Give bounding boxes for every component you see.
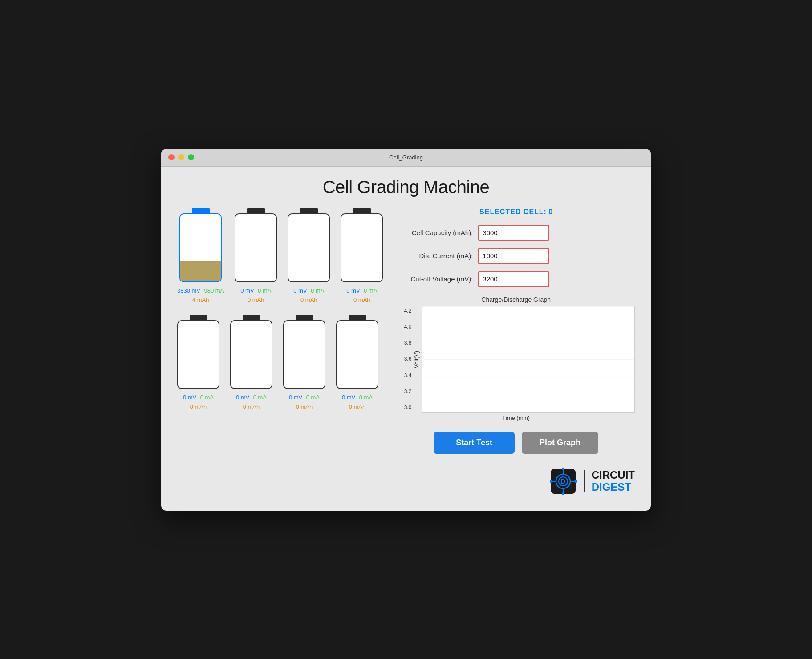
battery-ma-3: 0 mA — [364, 287, 377, 294]
window-title: Cell_Grading — [389, 154, 423, 161]
current-input[interactable] — [478, 248, 549, 264]
battery-mv-0: 3830 mV — [177, 287, 200, 294]
battery-wrapper-6 — [283, 315, 325, 389]
minimize-button[interactable] — [178, 154, 184, 160]
battery-mah-4: 0 mAh — [183, 403, 214, 411]
graph-with-yaxis: 4.2 4.0 3.8 3.6 3.4 3.2 3.0 — [397, 306, 635, 413]
battery-mah-3: 0 mAh — [346, 296, 377, 305]
battery-mv-3: 0 mV — [346, 287, 360, 294]
cutoff-label: Cut-off Voltage (mV): — [397, 275, 473, 283]
selected-cell-display: SELECTED CELL: 0 — [397, 208, 635, 216]
y-axis-label: Volt(V) — [413, 306, 420, 413]
app-title: Cell Grading Machine — [177, 177, 635, 197]
y-axis-ticks: 4.2 4.0 3.8 3.6 3.4 3.2 3.0 — [397, 306, 413, 413]
battery-wrapper-3 — [341, 208, 383, 282]
battery-mv-5: 0 mV — [236, 394, 249, 401]
y-tick-3-8: 3.8 — [404, 340, 412, 346]
battery-body-2 — [288, 213, 330, 282]
battery-ma-7: 0 mA — [359, 394, 373, 401]
cutoff-input[interactable] — [478, 271, 549, 287]
titlebar: Cell_Grading — [161, 149, 651, 167]
start-test-button[interactable]: Start Test — [434, 432, 515, 454]
battery-mv-1: 0 mV — [240, 287, 254, 294]
battery-body-5 — [230, 320, 272, 389]
battery-cell-2[interactable]: 0 mV 0 mA 0 mAh — [288, 208, 330, 305]
battery-mah-2: 0 mAh — [293, 296, 324, 305]
battery-mv-7: 0 mV — [342, 394, 355, 401]
battery-ma-0: 980 mA — [204, 287, 224, 294]
y-tick-4-2: 4.2 — [404, 308, 412, 314]
battery-body-1 — [235, 213, 277, 282]
plot-graph-button[interactable]: Plot Graph — [522, 432, 598, 454]
y-tick-3-0: 3.0 — [404, 404, 412, 411]
graph-title: Charge/Discharge Graph — [397, 296, 635, 303]
cutoff-row: Cut-off Voltage (mV): — [397, 271, 635, 287]
battery-terminal-7 — [349, 315, 366, 320]
logo-area: D CIRCUIT DIGEST — [397, 468, 635, 495]
graph-area: 4.2 4.0 3.8 3.6 3.4 3.2 3.0 — [397, 306, 635, 421]
battery-ma-6: 0 mA — [306, 394, 320, 401]
battery-cell-0[interactable]: 3830 mV 980 mA 4 mAh — [177, 208, 224, 305]
battery-stats-1: 0 mV 0 mA 0 mAh — [240, 285, 271, 305]
x-axis-label: Time (min) — [397, 415, 635, 421]
battery-ma-5: 0 mA — [253, 394, 267, 401]
battery-section: 3830 mV 980 mA 4 mAh 0 mV 0 — [177, 208, 383, 495]
battery-ma-1: 0 mA — [258, 287, 271, 294]
battery-body-6 — [283, 320, 325, 389]
battery-fill-0 — [180, 261, 221, 281]
battery-terminal-6 — [296, 315, 313, 320]
button-row: Start Test Plot Graph — [397, 432, 635, 454]
capacity-row: Cell Capacity (mAh): — [397, 225, 635, 241]
logo-brand1: CIRCUIT — [592, 469, 635, 481]
svg-text:D: D — [561, 478, 565, 485]
battery-wrapper-1 — [235, 208, 277, 282]
battery-stats-4: 0 mV 0 mA 0 mAh — [183, 392, 214, 411]
battery-ma-4: 0 mA — [200, 394, 214, 401]
battery-mv-4: 0 mV — [183, 394, 196, 401]
battery-stats-5: 0 mV 0 mA 0 mAh — [236, 392, 267, 411]
battery-mah-6: 0 mAh — [289, 403, 320, 411]
battery-terminal-2 — [300, 208, 318, 213]
battery-row-1: 0 mV 0 mA 0 mAh 0 mV 0 mA — [177, 315, 383, 411]
battery-mah-0: 4 mAh — [177, 296, 224, 305]
battery-row-0: 3830 mV 980 mA 4 mAh 0 mV 0 — [177, 208, 383, 305]
battery-body-0 — [179, 213, 222, 282]
battery-stats-0: 3830 mV 980 mA 4 mAh — [177, 285, 224, 305]
battery-wrapper-2 — [288, 208, 330, 282]
logo-divider — [584, 470, 585, 492]
battery-cell-7[interactable]: 0 mV 0 mA 0 mAh — [336, 315, 378, 411]
y-tick-3-2: 3.2 — [404, 388, 412, 395]
graph-svg — [422, 306, 635, 413]
y-tick-4-0: 4.0 — [404, 324, 412, 330]
battery-ma-2: 0 mA — [311, 287, 324, 294]
battery-cell-1[interactable]: 0 mV 0 mA 0 mAh — [235, 208, 277, 305]
graph-container: Charge/Discharge Graph 4.2 4.0 3.8 3.6 — [397, 296, 635, 421]
traffic-lights — [168, 154, 194, 160]
battery-stats-3: 0 mV 0 mA 0 mAh — [346, 285, 377, 305]
capacity-label: Cell Capacity (mAh): — [397, 229, 473, 236]
y-tick-3-4: 3.4 — [404, 372, 412, 378]
maximize-button[interactable] — [188, 154, 194, 160]
battery-cell-4[interactable]: 0 mV 0 mA 0 mAh — [177, 315, 219, 411]
battery-wrapper-0 — [179, 208, 222, 282]
battery-mah-7: 0 mAh — [342, 403, 373, 411]
current-row: Dis. Current (mA): — [397, 248, 635, 264]
battery-cell-5[interactable]: 0 mV 0 mA 0 mAh — [230, 315, 272, 411]
main-content: Cell Grading Machine 38 — [161, 167, 651, 511]
close-button[interactable] — [168, 154, 175, 160]
battery-cell-6[interactable]: 0 mV 0 mA 0 mAh — [283, 315, 325, 411]
logo-text: CIRCUIT DIGEST — [592, 469, 635, 493]
battery-wrapper-4 — [177, 315, 219, 389]
selected-cell-value: 0 — [548, 208, 552, 216]
battery-terminal-3 — [353, 208, 371, 213]
battery-stats-2: 0 mV 0 mA 0 mAh — [293, 285, 324, 305]
circuit-digest-icon: D — [550, 468, 577, 495]
battery-mv-6: 0 mV — [289, 394, 302, 401]
logo-brand2: DIGEST — [592, 481, 635, 493]
graph-inner: 4.2 4.0 3.8 3.6 3.4 3.2 3.0 — [397, 306, 635, 421]
battery-stats-6: 0 mV 0 mA 0 mAh — [289, 392, 320, 411]
battery-mah-5: 0 mAh — [236, 403, 267, 411]
battery-wrapper-5 — [230, 315, 272, 389]
capacity-input[interactable] — [478, 225, 549, 241]
battery-cell-3[interactable]: 0 mV 0 mA 0 mAh — [341, 208, 383, 305]
